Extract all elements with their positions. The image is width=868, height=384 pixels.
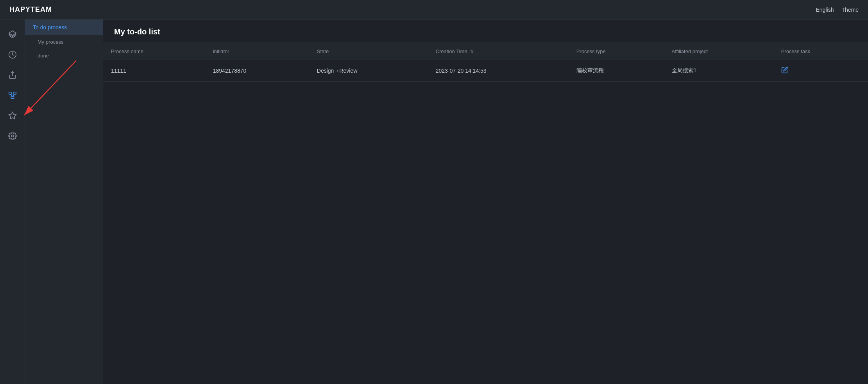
main-layout: To do process My process done My to-do l…	[0, 20, 868, 384]
share-nav-icon[interactable]	[4, 66, 21, 84]
sidebar-item-my-process[interactable]: My process	[25, 35, 103, 49]
cell-process-type: 编校审流程	[569, 60, 664, 82]
theme-selector[interactable]: Theme	[841, 7, 859, 13]
sort-icon: ⇅	[470, 49, 474, 54]
table-container: Process name initiator State Creation Ti…	[103, 43, 868, 384]
svg-rect-3	[9, 92, 11, 95]
cell-initiator: 18942178870	[205, 60, 309, 82]
settings-nav-icon[interactable]	[4, 127, 21, 145]
cell-creation-time: 2023-07-20 14:14:53	[428, 60, 569, 82]
svg-point-9	[11, 135, 14, 137]
content-header: My to-do list	[103, 20, 868, 43]
table-body: 1111118942178870Design→Review2023-07-20 …	[103, 60, 868, 82]
edit-task-icon[interactable]	[781, 68, 788, 75]
layers-nav-icon[interactable]	[4, 26, 21, 43]
star-nav-icon[interactable]	[4, 107, 21, 124]
col-process-name: Process name	[103, 43, 205, 60]
table-header-row: Process name initiator State Creation Ti…	[103, 43, 868, 60]
process-sidebar: To do process My process done	[25, 20, 103, 384]
icon-sidebar	[0, 20, 25, 384]
col-creation-time[interactable]: Creation Time ⇅	[428, 43, 569, 60]
cell-affiliated-project: 全局搜索1	[664, 60, 773, 82]
sidebar-item-todo-process[interactable]: To do process	[25, 20, 103, 35]
language-selector[interactable]: English	[816, 7, 834, 13]
clock-nav-icon[interactable]	[4, 46, 21, 63]
table-row: 1111118942178870Design→Review2023-07-20 …	[103, 60, 868, 82]
sidebar-item-done[interactable]: done	[25, 49, 103, 63]
col-process-task: Process task	[773, 43, 868, 60]
col-process-type: Process type	[569, 43, 664, 60]
cell-process-task[interactable]	[773, 60, 868, 82]
svg-rect-5	[11, 96, 14, 99]
cell-state: Design→Review	[309, 60, 428, 82]
content-area: My to-do list Process name initiator Sta…	[103, 20, 868, 384]
col-affiliated-project: Affiliated project	[664, 43, 773, 60]
header-right: English Theme	[816, 7, 859, 13]
process-table: Process name initiator State Creation Ti…	[103, 43, 868, 82]
page-title: My to-do list	[114, 27, 857, 36]
app-logo: HAPYTEAM	[9, 5, 52, 14]
svg-rect-4	[13, 92, 16, 95]
col-state: State	[309, 43, 428, 60]
svg-marker-8	[9, 112, 16, 119]
diagram-nav-icon[interactable]	[4, 87, 21, 104]
col-initiator: initiator	[205, 43, 309, 60]
app-header: HAPYTEAM English Theme	[0, 0, 868, 20]
cell-process-name: 11111	[103, 60, 205, 82]
